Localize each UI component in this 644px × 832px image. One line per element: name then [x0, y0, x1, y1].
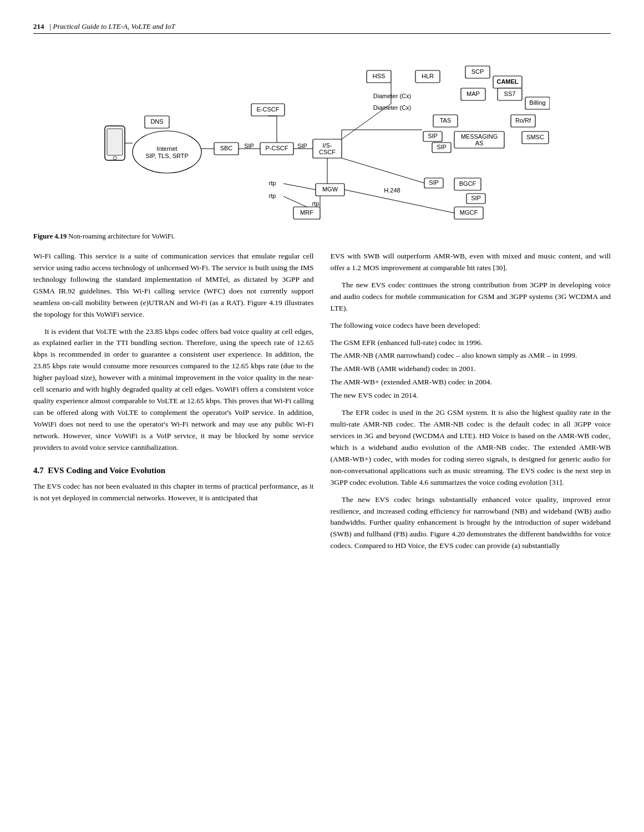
svg-rect-1 [107, 129, 123, 155]
left-section-para-1: The EVS codec has not been evaluated in … [33, 481, 314, 504]
svg-text:SIP: SIP [429, 179, 439, 186]
section-title: EVS Coding and Voice Evolution [48, 466, 165, 475]
svg-text:SS7: SS7 [504, 90, 515, 97]
codec-item-2: The AMR-NB (AMR narrowband) codec – also… [331, 350, 611, 362]
svg-text:rtp: rtp [268, 180, 276, 186]
svg-text:MESSAGING: MESSAGING [460, 133, 498, 140]
right-para-1: EVS with SWB will outperform AMR-WB, eve… [331, 251, 611, 274]
svg-text:Diameter (Cx): Diameter (Cx) [373, 93, 410, 99]
left-para-2: It is evident that VoLTE with the 23.85 … [33, 326, 314, 454]
svg-text:SCP: SCP [471, 68, 484, 75]
left-para-1: Wi-Fi calling. This service is a suite o… [33, 251, 314, 321]
codec-item-4: The AMR-WB+ (extended AMR-WB) codec in 2… [331, 377, 611, 388]
svg-line-58 [342, 104, 391, 139]
svg-text:I/S-: I/S- [322, 142, 332, 149]
right-para-2: The new EVS codec continues the strong c… [331, 280, 611, 314]
right-para-4: The EFR codec is used in the 2G GSM syst… [331, 407, 611, 488]
svg-text:AS: AS [475, 140, 483, 146]
section-number: 4.7 [33, 466, 44, 475]
svg-text:SIP: SIP [244, 143, 254, 149]
svg-text:HLR: HLR [421, 73, 433, 79]
svg-text:SIP, TLS, SRTP: SIP, TLS, SRTP [145, 153, 189, 159]
svg-text:Diameter (Cx): Diameter (Cx) [373, 104, 410, 111]
codec-list: The GSM EFR (enhanced full-rate) codec i… [331, 337, 611, 402]
diagram-container: Internet SIP, TLS, SRTP DNS SBC SIP P-CS… [33, 44, 611, 227]
svg-text:P-CSCF: P-CSCF [265, 145, 288, 151]
section-heading: 4.7 EVS Coding and Voice Evolution [33, 466, 314, 475]
svg-text:H.248: H.248 [384, 187, 400, 194]
figure-caption: Figure 4.19 Non-roaming architecture for… [33, 232, 611, 241]
svg-line-76 [283, 196, 307, 207]
svg-text:Billing: Billing [529, 99, 545, 106]
svg-text:MRF: MRF [300, 209, 313, 216]
svg-text:E-CSCF: E-CSCF [256, 106, 279, 113]
svg-line-75 [283, 184, 316, 190]
figure-caption-text: Non-roaming architecture for VoWiFi. [68, 232, 175, 240]
svg-text:Ro/Rf: Ro/Rf [515, 117, 531, 124]
svg-text:TAS: TAS [439, 117, 451, 124]
svg-text:SIP: SIP [428, 133, 438, 139]
right-para-3: The following voice codecs have been dev… [331, 320, 611, 332]
page: 214 | Practical Guide to LTE-A, VoLTE an… [0, 0, 644, 832]
svg-text:SIP: SIP [437, 144, 447, 150]
right-column: EVS with SWB will outperform AMR-WB, eve… [331, 251, 611, 557]
svg-text:CAMEL: CAMEL [496, 78, 518, 85]
svg-text:SIP: SIP [471, 195, 481, 201]
architecture-diagram: Internet SIP, TLS, SRTP DNS SBC SIP P-CS… [95, 44, 550, 227]
svg-text:HSS: HSS [372, 73, 385, 79]
page-header: 214 | Practical Guide to LTE-A, VoLTE an… [33, 22, 611, 34]
left-column: Wi-Fi calling. This service is a suite o… [33, 251, 314, 557]
codec-item-5: The new EVS codec in 2014. [331, 390, 611, 402]
svg-text:rtp: rtp [268, 192, 276, 199]
svg-text:SBC: SBC [220, 145, 232, 151]
svg-text:rtp: rtp [312, 200, 319, 207]
codec-item-1: The GSM EFR (enhanced full-rate) codec i… [331, 337, 611, 349]
svg-text:CSCF: CSCF [319, 149, 336, 155]
page-number: 214 [33, 22, 44, 31]
svg-text:MGW: MGW [322, 186, 338, 192]
two-column-layout: Wi-Fi calling. This service is a suite o… [33, 251, 611, 557]
figure-label: Figure 4.19 [33, 232, 67, 240]
svg-text:MGCF: MGCF [459, 209, 478, 216]
svg-line-80 [342, 158, 424, 183]
right-para-5: The new EVS codec brings substantially e… [331, 494, 611, 552]
svg-text:BGCF: BGCF [459, 180, 476, 187]
svg-text:SMSC: SMSC [526, 134, 544, 140]
svg-text:Internet: Internet [156, 145, 177, 152]
header-separator: | [50, 22, 52, 31]
svg-text:SIP: SIP [297, 143, 307, 149]
svg-text:DNS: DNS [150, 118, 163, 125]
svg-text:MAP: MAP [466, 90, 480, 97]
header-title: Practical Guide to LTE-A, VoLTE and IoT [53, 22, 175, 31]
codec-item-3: The AMR-WB (AMR wideband) codec in 2001. [331, 363, 611, 375]
